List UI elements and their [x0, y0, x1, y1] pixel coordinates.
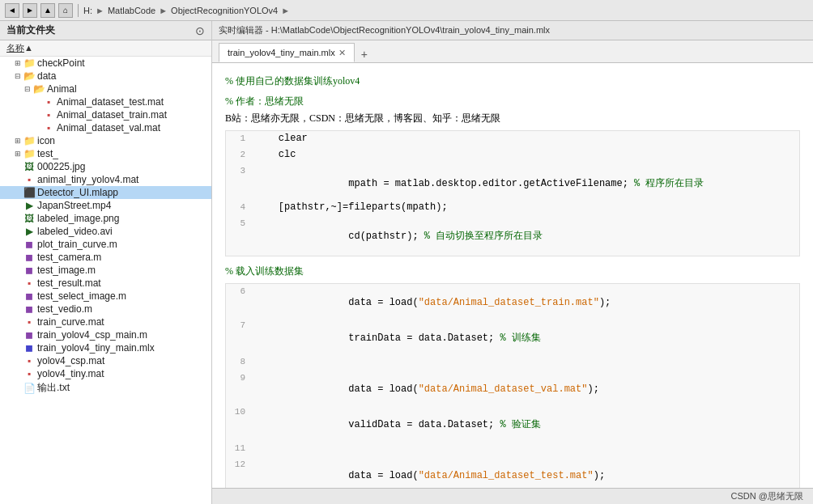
- tree-item-yolov4-tiny[interactable]: ▪ yolov4_tiny.mat: [0, 367, 211, 380]
- tree-item-000225[interactable]: 🖼 000225.jpg: [0, 160, 211, 173]
- comment-author: % 作者：思绪无限: [212, 90, 813, 110]
- spacer: [13, 188, 23, 197]
- tree-item-checkpoint[interactable]: ⊞ 📁 checkPoint: [0, 57, 211, 70]
- item-label: 000225.jpg: [37, 161, 211, 172]
- tree-item-test-vedio[interactable]: ◼ test_vedio.m: [0, 303, 211, 316]
- tree-item-animal[interactable]: ⊟ 📂 Animal: [0, 83, 211, 95]
- tree-item-train-curve[interactable]: ▪ train_curve.mat: [0, 316, 211, 328]
- code-line-4: 4 [pathstr,~]=fileparts(mpath);: [226, 201, 799, 218]
- line-num-5: 5: [226, 218, 255, 228]
- forward-button[interactable]: ►: [23, 3, 37, 18]
- tree-item-train-yolov4-tiny-mlx[interactable]: ◼ train_yolov4_tiny_main.mlx: [0, 341, 211, 354]
- comment-yolov4: % 使用自己的数据集训练yolov4: [212, 70, 813, 90]
- tree-item-test-image[interactable]: ◼ test_image.m: [0, 264, 211, 277]
- spacer: [13, 227, 23, 236]
- line-num-10: 10: [226, 407, 255, 417]
- tab-close-button[interactable]: ✕: [338, 48, 346, 58]
- tree-item-animal-train[interactable]: ▪ Animal_dataset_train.mat: [0, 108, 211, 121]
- editor-area: 实时编辑器 - H:\MatlabCode\ObjectRecognitionY…: [212, 21, 813, 504]
- line-content-2: clc: [255, 149, 799, 160]
- item-label: labeled_video.avi: [37, 226, 211, 237]
- spacer: [13, 162, 23, 172]
- item-label: yolov4_tiny.mat: [37, 368, 211, 379]
- line-num-9: 9: [226, 373, 255, 383]
- tree-item-plot-train-curve[interactable]: ◼ plot_train_curve.m: [0, 238, 211, 251]
- item-label: yolov4_csp.mat: [37, 355, 211, 366]
- expand-icon: ⊞: [13, 149, 23, 159]
- item-label: Animal_dataset_val.mat: [57, 122, 211, 133]
- tree-item-output-txt[interactable]: 📄 输出.txt: [0, 380, 211, 396]
- code-block-1: 1 clear 2 clc 3 mpath = matlab.desktop.e…: [225, 130, 800, 256]
- breadcrumb-project[interactable]: ObjectRecognitionYOLOv4: [171, 6, 278, 15]
- spacer: [13, 239, 23, 249]
- spacer: [13, 278, 23, 288]
- item-label: Animal: [47, 83, 211, 95]
- tree-item-animal-test[interactable]: ▪ Animal_dataset_test.mat: [0, 95, 211, 108]
- breadcrumb-h[interactable]: H:: [83, 6, 92, 15]
- expand-icon: ⊞: [13, 136, 23, 146]
- tree-item-data[interactable]: ⊟ 📂 data: [0, 70, 211, 83]
- jpg-icon: 🖼: [23, 161, 36, 172]
- code-editor[interactable]: % 使用自己的数据集训练yolov4 % 作者：思绪无限 B站：思绪亦无限，CS…: [212, 63, 813, 488]
- tree-item-yolov4-csp[interactable]: ▪ yolov4_csp.mat: [0, 354, 211, 367]
- home-button[interactable]: ⌂: [58, 3, 73, 18]
- tree-item-test-result[interactable]: ▪ test_result.mat: [0, 277, 211, 290]
- code-line-1: 1 clear: [226, 133, 799, 149]
- item-label: train_yolov4_csp_main.m: [37, 329, 211, 341]
- tree-item-animal-tiny-yolov4[interactable]: ▪ animal_tiny_yolov4.mat: [0, 173, 211, 186]
- item-label: labeled_image.png: [37, 213, 211, 224]
- tree-item-animal-val[interactable]: ▪ Animal_dataset_val.mat: [0, 121, 211, 134]
- m-icon: ◼: [23, 239, 36, 250]
- back-button[interactable]: ◄: [5, 3, 19, 18]
- item-label: icon: [37, 135, 211, 146]
- tree-item-japanstreet[interactable]: ▶ JapanStreet.mp4: [0, 199, 211, 212]
- line-content-9: data = load("data/Animal_dataset_val.mat…: [255, 372, 799, 406]
- editor-title-bar: 实时编辑器 - H:\MatlabCode\ObjectRecognitionY…: [212, 21, 813, 40]
- item-label: Animal_dataset_test.mat: [57, 96, 211, 108]
- code-line-5: 5 cd(pathstr); % 自动切换至程序所在目录: [226, 218, 799, 254]
- item-label: test_camera.m: [37, 252, 211, 263]
- sidebar-collapse-button[interactable]: ⊙: [195, 24, 205, 37]
- item-label: Animal_dataset_train.mat: [57, 109, 211, 121]
- spacer: [32, 97, 42, 107]
- tree-item-icon[interactable]: ⊞ 📁 icon: [0, 134, 211, 147]
- item-label: test_result.mat: [37, 277, 211, 289]
- code-line-9: 9 data = load("data/Animal_dataset_val.m…: [226, 372, 799, 406]
- toolbar: ◄ ► ▲ ⌂ H: ► MatlabCode ► ObjectRecognit…: [0, 0, 813, 21]
- spacer: [13, 383, 23, 393]
- up-button[interactable]: ▲: [40, 3, 55, 18]
- tree-item-test-folder[interactable]: ⊞ 📁 test_: [0, 147, 211, 160]
- item-label: plot_train_curve.m: [37, 239, 211, 250]
- line-num-7: 7: [226, 320, 255, 330]
- editor-tab-active[interactable]: train_yolov4_tiny_main.mlx ✕: [219, 43, 355, 62]
- item-label: JapanStreet.mp4: [37, 200, 211, 211]
- spacer: [32, 123, 42, 133]
- column-header: 名称▲: [0, 40, 211, 57]
- tree-item-train-yolov4-csp[interactable]: ◼ train_yolov4_csp_main.m: [0, 328, 211, 341]
- tab-add-button[interactable]: +: [356, 46, 372, 62]
- tree-item-detector-ui[interactable]: ⬛ Detector_UI.mlapp: [0, 186, 211, 199]
- mat-icon: ▪: [42, 109, 55, 121]
- tree-item-test-select-image[interactable]: ◼ test_select_image.m: [0, 290, 211, 303]
- column-name-label: 名称: [6, 43, 24, 53]
- comment-load-data: % 载入训练数据集: [212, 260, 813, 280]
- breadcrumb-matlabcode[interactable]: MatlabCode: [108, 6, 155, 15]
- m-icon: ◼: [23, 252, 36, 263]
- folder-icon: 📁: [23, 148, 36, 159]
- folder-icon: 📂: [32, 83, 45, 95]
- item-label: test_select_image.m: [37, 290, 211, 302]
- line-num-4: 4: [226, 202, 255, 212]
- mlapp-icon: ⬛: [23, 187, 36, 198]
- tree-item-test-camera[interactable]: ◼ test_camera.m: [0, 251, 211, 264]
- tree-item-labeled-video[interactable]: ▶ labeled_video.avi: [0, 225, 211, 238]
- status-bar: CSDN @思绪无限: [212, 488, 813, 504]
- line-content-6: data = load("data/Animal_dataset_train.m…: [255, 286, 799, 320]
- code-line-10: 10 validData = data.Dataset; % 验证集: [226, 406, 799, 443]
- code-line-3: 3 mpath = matlab.desktop.editor.getActiv…: [226, 165, 799, 201]
- m-icon: ◼: [23, 303, 36, 315]
- mp4-icon: ▶: [23, 200, 36, 211]
- line-content-3: mpath = matlab.desktop.editor.getActiveF…: [255, 165, 799, 201]
- tree-item-labeled-image[interactable]: 🖼 labeled_image.png: [0, 212, 211, 225]
- file-tree: ⊞ 📁 checkPoint ⊟ 📂 data ⊟ 📂 Animal ▪ Ani…: [0, 57, 211, 504]
- item-label: Detector_UI.mlapp: [37, 187, 211, 198]
